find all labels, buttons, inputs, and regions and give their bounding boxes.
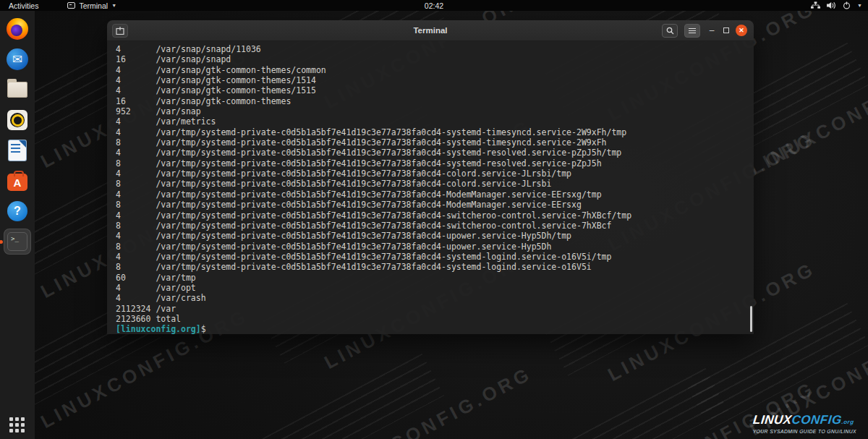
maximize-button[interactable] <box>723 27 729 33</box>
top-bar: Activities Terminal ▼ 02:42 ▼ <box>0 0 868 11</box>
power-icon <box>843 1 851 9</box>
dock-item-terminal[interactable]: >_ <box>4 229 31 255</box>
show-applications-button[interactable] <box>9 417 25 432</box>
menu-button[interactable] <box>684 24 700 38</box>
dock: ✉ A ? >_ <box>0 11 35 439</box>
ubuntu-software-icon: A <box>7 174 27 191</box>
close-button[interactable]: ✕ <box>736 25 747 36</box>
terminal-content-area[interactable]: 4 /var/snap/snapd/11036 16 /var/snap/sna… <box>107 41 754 334</box>
dock-item-help[interactable]: ? <box>4 198 31 224</box>
scrollbar-handle[interactable] <box>750 306 752 332</box>
terminal-prompt: [linuxconfig.org]$ <box>116 324 754 334</box>
terminal-output: 4 /var/snap/snapd/11036 16 /var/snap/sna… <box>116 44 754 324</box>
logo-org-text: .org <box>841 419 854 425</box>
dock-item-rhythmbox[interactable] <box>4 107 31 133</box>
chevron-down-icon: ▼ <box>857 3 862 8</box>
prompt-symbol: $ <box>201 324 206 334</box>
watermark-text: LINUXCONFIG.ORG <box>746 51 868 180</box>
hamburger-icon <box>689 28 696 29</box>
dock-item-files[interactable] <box>4 77 31 103</box>
close-icon: ✕ <box>739 27 744 34</box>
minimize-button[interactable]: – <box>707 27 717 34</box>
app-menu[interactable]: Terminal ▼ <box>67 1 116 10</box>
rhythmbox-icon <box>7 110 27 130</box>
firefox-icon <box>7 18 28 40</box>
thunderbird-icon: ✉ <box>7 48 28 70</box>
system-status-area[interactable]: ▼ <box>811 1 868 9</box>
chevron-down-icon: ▼ <box>111 3 116 8</box>
logo-tagline: YOUR SYSADMIN GUIDE TO GNU/LINUX <box>753 429 856 434</box>
new-tab-icon <box>116 27 124 35</box>
network-icon <box>811 1 820 9</box>
terminal-titlebar[interactable]: Terminal – ✕ <box>107 20 754 41</box>
linuxconfig-logo: LINUXCONFIG.org YOUR SYSADMIN GUIDE TO G… <box>753 414 856 434</box>
new-tab-button[interactable] <box>112 24 128 38</box>
window-title: Terminal <box>107 26 754 35</box>
terminal-scrollbar[interactable] <box>749 41 754 334</box>
dock-item-thunderbird[interactable]: ✉ <box>4 46 31 72</box>
terminal-app-icon <box>67 2 75 9</box>
terminal-icon: >_ <box>7 232 27 251</box>
libreoffice-writer-icon <box>9 140 26 161</box>
logo-config-text: CONFIG <box>791 413 842 427</box>
app-menu-label: Terminal <box>79 1 108 10</box>
terminal-window: Terminal – ✕ 4 /var/snap/snapd/11036 16 … <box>107 20 754 334</box>
volume-icon <box>827 1 836 9</box>
files-icon <box>7 82 27 98</box>
help-icon: ? <box>7 201 27 221</box>
logo-linux-text: LINUX <box>752 413 792 427</box>
search-button[interactable] <box>662 24 678 38</box>
clock[interactable]: 02:42 <box>0 1 868 10</box>
watermark-text: LINUXCONFIG.ORG <box>320 362 536 439</box>
search-icon <box>666 27 674 35</box>
dock-item-libreoffice-writer[interactable] <box>4 137 31 163</box>
dock-item-ubuntu-software[interactable]: A <box>4 168 31 194</box>
dock-item-firefox[interactable] <box>4 16 31 42</box>
activities-button[interactable]: Activities <box>0 1 47 10</box>
prompt-host: [linuxconfig.org] <box>116 324 201 334</box>
